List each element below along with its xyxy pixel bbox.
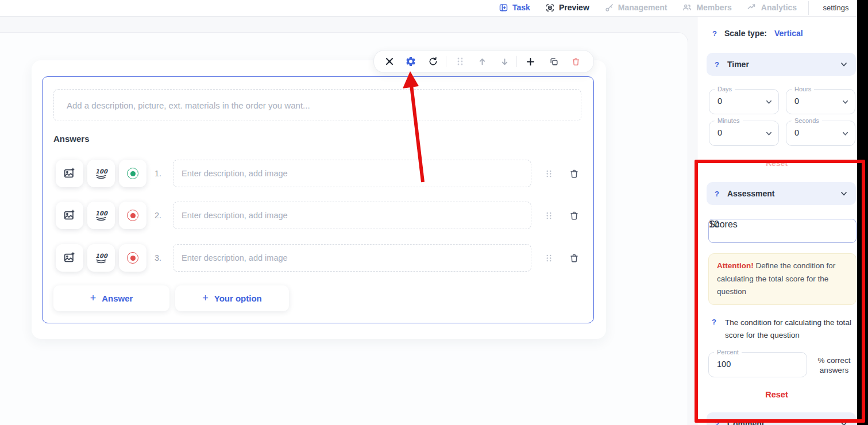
answer-input[interactable] — [173, 202, 531, 229]
attention-title: Attention! — [717, 261, 754, 270]
score-100-icon[interactable]: 100 — [87, 244, 115, 272]
nav-tab-analytics[interactable]: Analytics — [747, 2, 797, 13]
svg-text:100: 100 — [95, 253, 108, 259]
answer-number: 1. — [155, 169, 167, 178]
field-label: Percent — [714, 349, 742, 356]
chevron-down-icon — [765, 98, 773, 106]
field-value: 0 — [717, 128, 722, 137]
answer-input[interactable] — [173, 245, 531, 271]
field-label: Seconds — [792, 117, 822, 124]
field-label: Days — [715, 86, 735, 92]
plus-icon: + — [202, 293, 209, 303]
answer-input[interactable] — [173, 160, 531, 187]
attention-note: Attention! Define the condition for calc… — [708, 253, 857, 305]
scale-type-value[interactable]: Vertical — [774, 29, 803, 38]
answer-number: 2. — [155, 211, 167, 220]
add-image-icon[interactable] — [56, 160, 83, 187]
answers-heading: Answers — [53, 134, 90, 144]
board-icon — [499, 3, 508, 13]
nav-tab-label: Analytics — [761, 3, 797, 12]
gear-icon[interactable] — [404, 55, 418, 68]
question-description-input[interactable] — [54, 90, 581, 121]
trash-icon[interactable] — [569, 55, 582, 68]
drag-dots-icon[interactable] — [542, 208, 555, 222]
percent-hint-line1: % correct — [811, 356, 857, 365]
help-icon[interactable]: ? — [715, 420, 719, 425]
svg-text:100: 100 — [95, 168, 108, 175]
help-icon[interactable]: ? — [712, 29, 717, 38]
timer-reset-button[interactable]: Reset — [697, 159, 856, 168]
wrong-answer-radio[interactable] — [127, 252, 138, 264]
svg-text:100: 100 — [95, 210, 108, 217]
nav-tab-label: Task — [512, 3, 530, 12]
assessment-section-header[interactable]: ? Assessment — [707, 182, 856, 205]
nav-tab-label: Preview — [559, 3, 589, 12]
refresh-icon[interactable] — [426, 55, 440, 68]
nav-divider — [808, 1, 809, 15]
field-value: 0 — [794, 96, 799, 106]
correct-answer-radio[interactable] — [127, 168, 138, 179]
help-icon[interactable]: ? — [715, 190, 719, 198]
timer-days-select[interactable]: Days 0 — [709, 89, 779, 114]
condition-label: The condition for calculating the total … — [725, 316, 855, 342]
drag-dots-icon[interactable] — [542, 251, 555, 265]
percent-hint: % correct answers — [811, 356, 857, 375]
screen: Task Preview Management — [0, 0, 868, 425]
comment-section-header[interactable]: ? Comment — [707, 412, 856, 425]
add-image-icon[interactable] — [56, 244, 83, 272]
chevron-down-icon — [840, 190, 848, 198]
field-label: Hours — [792, 86, 814, 92]
settings-sidebar: ? Scale type: Vertical ? Timer Days 0 Ho… — [697, 16, 858, 425]
chevron-down-icon — [842, 98, 849, 106]
trash-icon[interactable] — [567, 251, 581, 265]
trash-icon[interactable] — [567, 167, 581, 180]
nav-items: Task Preview Management — [499, 0, 797, 19]
field-value: 0 — [794, 128, 799, 137]
nav-tab-management[interactable]: Management — [604, 3, 668, 13]
radio-icon[interactable] — [119, 160, 146, 187]
add-your-option-button[interactable]: + Your option — [175, 285, 289, 311]
answer-row: 100 2. — [56, 202, 581, 229]
nav-tab-preview[interactable]: Preview — [545, 3, 589, 13]
arrow-down-icon[interactable] — [497, 55, 511, 68]
add-answer-button[interactable]: + Answer — [53, 285, 169, 311]
score-100-icon[interactable]: 100 — [87, 202, 115, 229]
radio-icon[interactable] — [119, 244, 146, 272]
timer-seconds-select[interactable]: Seconds 0 — [786, 121, 855, 146]
drag-dots-icon[interactable] — [453, 55, 467, 68]
settings-button[interactable]: settings — [817, 3, 855, 12]
plus-icon[interactable] — [523, 55, 537, 68]
radio-icon[interactable] — [119, 202, 146, 229]
assessment-reset-button[interactable]: Reset — [697, 390, 856, 399]
key-icon — [604, 3, 614, 13]
timer-title: Timer — [727, 60, 832, 69]
timer-minutes-select[interactable]: Minutes 0 — [709, 121, 779, 146]
add-image-icon[interactable] — [56, 202, 83, 229]
drag-dots-icon[interactable] — [542, 167, 555, 180]
scale-type-row: ? Scale type: Vertical — [712, 29, 803, 38]
duplicate-icon[interactable] — [547, 55, 561, 68]
arrow-up-icon[interactable] — [475, 55, 489, 68]
nav-tab-members[interactable]: Members — [682, 2, 731, 13]
close-icon[interactable] — [383, 55, 396, 68]
answer-number: 3. — [155, 253, 167, 262]
scores-field[interactable]: Scores 10 — [708, 219, 857, 243]
top-navbar: Task Preview Management — [0, 0, 868, 17]
comment-title: Comment — [727, 419, 832, 425]
timer-section-header[interactable]: ? Timer — [707, 53, 856, 76]
toolbar-divider — [446, 56, 446, 67]
percent-field[interactable]: Percent 100 — [708, 352, 807, 377]
assessment-title: Assessment — [727, 189, 832, 198]
wrong-answer-radio[interactable] — [127, 210, 138, 221]
help-icon[interactable]: ? — [715, 60, 719, 69]
trash-icon[interactable] — [567, 208, 581, 222]
screen-edge-black-strip — [857, 0, 868, 425]
field-label: Minutes — [715, 117, 743, 124]
field-value: 0 — [717, 96, 722, 106]
field-value: 10 — [709, 219, 719, 230]
score-100-icon[interactable]: 100 — [87, 160, 115, 187]
nav-tab-task[interactable]: Task — [499, 3, 530, 13]
help-icon[interactable]: ? — [712, 318, 716, 326]
toolbar-divider — [516, 56, 517, 67]
timer-hours-select[interactable]: Hours 0 — [786, 89, 855, 114]
